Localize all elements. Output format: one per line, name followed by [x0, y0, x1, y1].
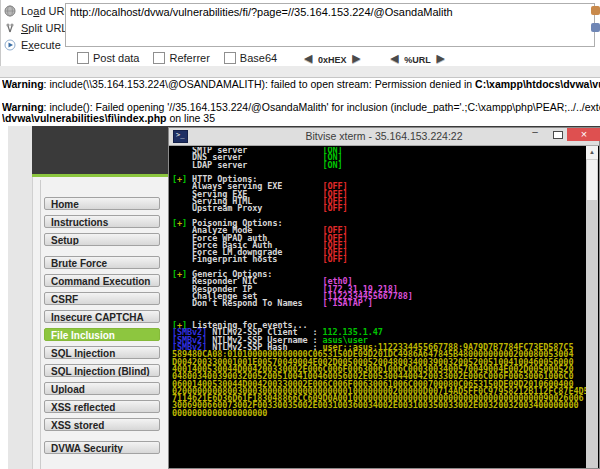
menu-item-upload[interactable]: Upload — [44, 382, 160, 395]
url-encode-arrow-icon[interactable]: ► — [434, 52, 448, 64]
menu-item-csrf[interactable]: CSRF — [44, 292, 160, 305]
post-data-label: Post data — [93, 52, 139, 64]
checkbox-icon[interactable] — [224, 52, 236, 64]
terminal-line: LDAP server [ON] — [172, 162, 586, 169]
terminal-line: Fingerprint hosts [OFF] — [172, 256, 586, 263]
hex-decode-arrow-icon[interactable]: ◄ — [301, 52, 315, 64]
terminal-output: SMTP server [ON] DNS server [ON] LDAP se… — [172, 147, 586, 467]
toolbar-extra-icon-2[interactable] — [591, 23, 600, 32]
terminal-line — [172, 308, 586, 315]
urlenc-label: %URL — [404, 55, 431, 65]
post-data-checkbox[interactable]: Post data — [77, 52, 139, 64]
minimize-button[interactable]: – — [524, 128, 546, 141]
hackbar-options-row: Post data Referrer Base64 ◄ 0xHEX ► ◄ %U… — [77, 51, 448, 65]
url-decode-arrow-icon[interactable]: ◄ — [387, 52, 401, 64]
menu-item-file-inclusion[interactable]: File Inclusion — [44, 328, 160, 341]
menu-item-command-execution[interactable]: Command Execution — [44, 274, 160, 287]
toolbar-separator — [0, 66, 600, 78]
menu-item-xss-reflected[interactable]: XSS reflected — [44, 400, 160, 413]
base64-checkbox[interactable]: Base64 — [224, 52, 277, 64]
checkbox-icon[interactable] — [153, 52, 165, 64]
php-warning: Warning: include(): Failed opening '//35… — [2, 102, 600, 125]
close-button[interactable]: × — [567, 128, 600, 141]
globe-icon — [4, 5, 16, 17]
execute-button[interactable]: Execute — [4, 38, 61, 52]
split-icon — [4, 22, 16, 34]
maximize-icon — [553, 131, 563, 139]
menu-item-xss-stored[interactable]: XSS stored — [44, 418, 160, 431]
url-encode-group: ◄ %URL ► — [387, 51, 447, 65]
dvwa-menu: HomeInstructionsSetupBrute ForceCommand … — [44, 197, 160, 459]
menu-item-sql-injection[interactable]: SQL Injection — [44, 346, 160, 359]
scroll-up-icon[interactable]: ▲ — [586, 146, 598, 159]
page-left-margin — [8, 126, 33, 469]
php-warning: Warning: include(\\35.164.153.224\@OSAND… — [2, 79, 600, 91]
terminal-line: Upstream Proxy [OFF] — [172, 205, 586, 212]
hackbar-toolbar: Load URL Split URL Execute http://localh… — [0, 0, 600, 66]
menu-item-brute-force[interactable]: Brute Force — [44, 256, 160, 269]
split-url-label: Split URL — [21, 22, 67, 34]
menu-item-setup[interactable]: Setup — [44, 233, 160, 246]
execute-label: Execute — [21, 39, 61, 51]
referrer-label: Referrer — [169, 52, 209, 64]
load-url-label: Load URL — [21, 5, 71, 17]
checkbox-icon[interactable] — [77, 52, 89, 64]
menu-item-insecure-captcha[interactable]: Insecure CAPTCHA — [44, 310, 160, 323]
menu-divider-line — [40, 180, 41, 469]
terminal-scrollbar[interactable]: ▲ — [586, 146, 598, 468]
maximize-button[interactable] — [547, 128, 569, 141]
terminal-titlebar[interactable]: >_ Bitvise xterm - 35.164.153.224:22 – × — [169, 128, 599, 146]
load-url-button[interactable]: Load URL — [4, 4, 71, 18]
menu-item-home[interactable]: Home — [44, 197, 160, 210]
terminal-line: Don't Respond To Names ['ISATAP'] — [172, 300, 586, 307]
toolbar-extra-icon-1[interactable] — [591, 6, 600, 15]
base64-label: Base64 — [240, 52, 277, 64]
menu-item-dvwa-security[interactable]: DVWA Security — [44, 441, 160, 454]
url-input[interactable]: http://localhost/dvwa/vulnerabilities/fi… — [65, 3, 595, 47]
terminal-line: 0000000000000000000 — [172, 410, 586, 417]
scrollbar-thumb[interactable] — [587, 160, 597, 200]
menu-item-instructions[interactable]: Instructions — [44, 215, 160, 228]
referrer-checkbox[interactable]: Referrer — [153, 52, 209, 64]
split-url-button[interactable]: Split URL — [4, 21, 67, 35]
bitvise-xterm-window: >_ Bitvise xterm - 35.164.153.224:22 – ×… — [168, 127, 600, 469]
menu-item-sql-injection-blind-[interactable]: SQL Injection (Blind) — [44, 364, 160, 377]
hex-encode-group: ◄ 0xHEX ► — [301, 51, 363, 65]
play-icon — [4, 39, 16, 51]
hex-label: 0xHEX — [318, 55, 347, 65]
hex-encode-arrow-icon[interactable]: ► — [350, 52, 364, 64]
